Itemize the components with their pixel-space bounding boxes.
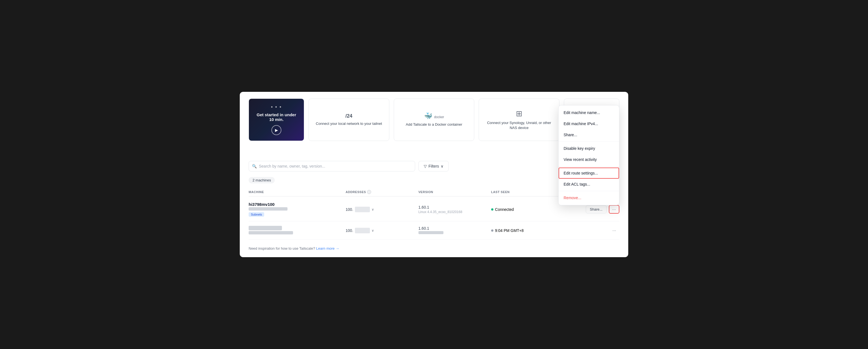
subnet-badge-1: Subnets (249, 212, 264, 217)
card-dark-title: Get started in under 10 min. (254, 113, 298, 122)
col-header-addresses: ADDRESSES i (346, 190, 418, 194)
address-cell-1: 100. ∨ (346, 207, 418, 212)
card-synology-text: Connect your Synology, Unraid, or other … (485, 120, 554, 130)
network-icon: /24 (345, 113, 352, 119)
machines-count-badge: 2 machines (249, 177, 275, 183)
status-cell-2: 9:04 PM GMT+8 (491, 228, 564, 233)
context-menu-item-edit-ipv4[interactable]: Edit machine IPv4... (559, 118, 619, 129)
card-get-started[interactable]: • • • Get started in under 10 min. ▶ (249, 98, 304, 141)
machine-name-1: hi3798mv100 (249, 202, 346, 207)
status-dot-green-1 (491, 208, 493, 211)
card-synology[interactable]: ⊞ Connect your Synology, Unraid, or othe… (479, 98, 559, 141)
col-header-machine: MACHINE (249, 190, 346, 194)
card-docker-text: Add Tailscale to a Docker container (406, 122, 462, 127)
address-chevron-1[interactable]: ∨ (372, 208, 374, 212)
version-cell-1: 1.60.1 Linux 4.4.35_ecoo_81020168 (418, 205, 491, 214)
status-cell-1: Connected (491, 207, 564, 212)
search-wrapper: 🔍 (249, 161, 415, 171)
card-docker[interactable]: 🐳 docker Add Tailscale to a Docker conta… (394, 98, 474, 141)
filters-button[interactable]: ▽ Filters ∨ (418, 161, 449, 171)
footer: Need inspiration for how to use Tailscal… (249, 246, 619, 251)
filters-label: Filters (429, 164, 439, 168)
actions-cell-2: ··· (564, 226, 619, 234)
footer-text: Need inspiration for how to use Tailscal… (249, 246, 315, 251)
addresses-info-icon[interactable]: i (367, 190, 371, 194)
context-menu-item-remove[interactable]: Remove... (559, 192, 619, 203)
actions-cell-1: Share... ··· (564, 205, 619, 214)
version-cell-2: 1.60.1 (418, 226, 491, 235)
learn-more-link[interactable]: Learn more → (316, 246, 339, 251)
filters-chevron-icon: ∨ (441, 164, 443, 168)
card-local-network[interactable]: /24 Connect your local network to your t… (309, 98, 389, 141)
more-button-1[interactable]: ··· (609, 205, 619, 214)
context-menu-item-route-settings[interactable]: Edit route settings... (559, 167, 619, 179)
status-text-1: Connected (495, 207, 514, 212)
col-header-version: VERSION (418, 190, 491, 194)
col-header-last-seen: LAST SEEN (491, 190, 564, 194)
version-number-1: 1.60.1 (418, 205, 491, 210)
machine-cell-1: hi3798mv100 Subnets (249, 202, 346, 217)
machine-name-blurred-2 (249, 226, 282, 230)
status-text-2: 9:04 PM GMT+8 (495, 228, 524, 233)
synology-icon: ⊞ (516, 109, 522, 118)
address-cell-2: 100. ∨ (346, 228, 418, 233)
machine-cell-2 (249, 226, 346, 235)
machine-owner-2 (249, 231, 346, 235)
table-row: 100. ∨ 1.60.1 9:04 PM GMT+8 ··· (249, 221, 619, 240)
owner-blurred-1 (249, 207, 287, 211)
main-container: • • • Get started in under 10 min. ▶ /24… (240, 92, 628, 257)
address-prefix-2: 100. (346, 228, 353, 233)
context-menu-item-disable-expiry[interactable]: Disable key expiry (559, 143, 619, 154)
context-menu: Edit machine name... Edit machine IPv4..… (558, 105, 619, 205)
card-local-text: Connect your local network to your tailn… (316, 121, 382, 126)
machine-owner-1 (249, 207, 346, 211)
context-menu-divider-1 (559, 141, 619, 142)
context-menu-divider-2 (559, 166, 619, 166)
share-button-1[interactable]: Share... (586, 205, 607, 213)
context-menu-item-acl-tags[interactable]: Edit ACL tags... (559, 179, 619, 190)
address-chevron-2[interactable]: ∨ (372, 229, 374, 232)
owner-blurred-2 (249, 231, 293, 234)
address-prefix-1: 100. (346, 207, 353, 212)
search-input[interactable] (249, 161, 415, 171)
status-dot-gray-2 (491, 229, 493, 232)
context-menu-item-edit-name[interactable]: Edit machine name... (559, 107, 619, 118)
version-sub-blurred-2 (418, 231, 443, 234)
version-sub-1: Linux 4.4.35_ecoo_81020168 (418, 210, 491, 214)
play-button[interactable]: ▶ (271, 125, 281, 135)
docker-icon: 🐳 docker (424, 112, 444, 120)
filter-icon: ▽ (424, 164, 427, 168)
address-blurred-1 (355, 207, 370, 212)
more-button-2[interactable]: ··· (609, 226, 619, 234)
version-sub-2 (418, 231, 491, 235)
context-menu-item-recent-activity[interactable]: View recent activity (559, 154, 619, 165)
search-icon: 🔍 (252, 164, 257, 168)
address-blurred-2 (355, 228, 370, 233)
machine-name-2 (249, 226, 346, 230)
context-menu-item-share[interactable]: Share... (559, 129, 619, 140)
dots-decoration: • • • (271, 104, 282, 110)
version-number-2: 1.60.1 (418, 226, 491, 230)
